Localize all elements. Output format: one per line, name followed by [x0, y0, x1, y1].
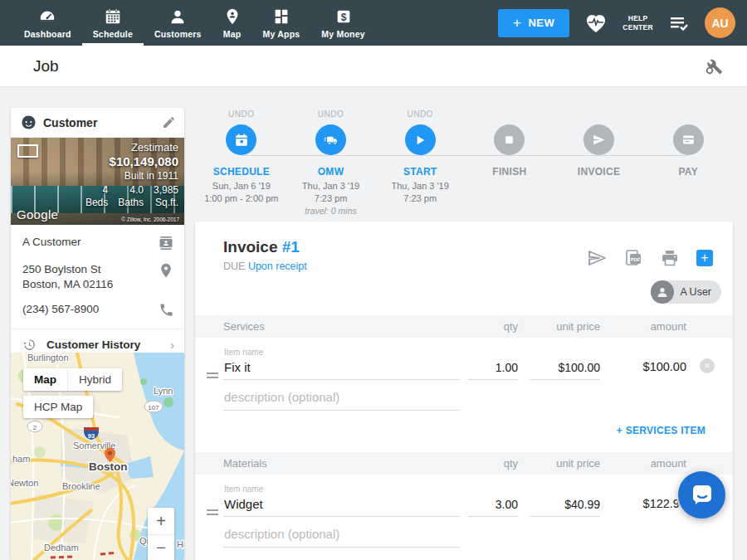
customer-face-icon — [21, 114, 37, 130]
customer-address-row: 250 Boylston St Boston, MA 02116 — [22, 262, 174, 291]
add-services-item-button[interactable]: + SERVICES ITEM — [617, 425, 706, 436]
service-unit-price-input[interactable]: $100.00 — [530, 361, 600, 380]
nav-item-my-apps[interactable]: My Apps — [252, 0, 311, 46]
help-center-button[interactable]: HELP CENTER — [622, 14, 653, 32]
phone-icon[interactable] — [159, 302, 174, 318]
material-unit-price-input[interactable]: $40.99 — [530, 498, 600, 517]
svg-text:Dedham: Dedham — [44, 543, 79, 553]
svg-text:Burlington: Burlington — [27, 353, 69, 363]
undo-start-button[interactable]: UNDO — [375, 110, 465, 124]
timeline-step-invoice: INVOICE — [554, 110, 644, 219]
material-description-input[interactable]: description (optional) — [223, 525, 460, 548]
svg-text:$: $ — [340, 12, 346, 23]
send-invoice-button[interactable] — [587, 248, 607, 268]
due-terms-link[interactable]: Upon receipt — [248, 261, 307, 272]
drag-handle[interactable] — [207, 373, 218, 381]
add-invoice-button[interactable]: + — [696, 250, 713, 266]
qty-column-header: qty — [468, 457, 518, 470]
route-107-shield: 107 — [144, 401, 163, 412]
zoom-out-button[interactable]: − — [148, 534, 174, 560]
svg-text:Boston: Boston — [89, 460, 128, 473]
service-qty-input[interactable]: 1.00 — [468, 361, 518, 380]
plus-icon: + — [513, 15, 521, 32]
material-qty-input[interactable]: 3.00 — [468, 498, 518, 517]
credit-card-icon — [681, 133, 696, 147]
remove-line-item-button[interactable]: × — [700, 358, 715, 373]
property-stats: 4Beds 4.0Baths 3,985Sq.ft. — [85, 184, 178, 209]
omw-step-button[interactable] — [315, 124, 346, 155]
timeline-step-start: UNDO START Thu, Jan 3 '197:23 pm — [375, 110, 465, 219]
svg-text:Newton: Newton — [11, 478, 38, 488]
undo-omw-button[interactable]: UNDO — [286, 110, 376, 124]
service-description-input[interactable]: description (optional) — [223, 388, 460, 411]
contact-card-icon[interactable] — [158, 235, 174, 251]
drag-handle[interactable] — [207, 509, 218, 518]
nav-item-my-money[interactable]: $ My Money — [310, 0, 375, 46]
materials-header-band: Materials qty unit price amount — [195, 452, 733, 475]
zoom-in-button[interactable]: + — [148, 508, 174, 534]
nav-item-customers[interactable]: Customers — [144, 0, 212, 46]
svg-text:Hi: Hi — [177, 539, 184, 549]
svg-text:Brookline: Brookline — [62, 481, 100, 491]
pay-step-button[interactable] — [673, 124, 704, 155]
dollar-icon: $ — [334, 7, 353, 26]
google-logo: Google — [17, 207, 58, 222]
unit-price-column-header: unit price — [530, 320, 600, 333]
property-photo: Zestimate $10,149,080 Built in 1911 4Bed… — [11, 138, 184, 225]
nav-item-map[interactable]: Map — [212, 0, 252, 46]
invoice-header: Invoice #1 DUE Upon receipt — [195, 222, 733, 272]
svg-text:ham: ham — [12, 454, 30, 464]
map-type-hybrid-button[interactable]: Hybrid — [67, 368, 122, 391]
schedule-step-button[interactable] — [226, 124, 256, 155]
location-pin-icon[interactable] — [158, 262, 174, 279]
page-header: Job — [0, 46, 747, 87]
unit-price-column-header: unit price — [530, 457, 600, 470]
user-avatar-icon — [651, 280, 674, 304]
timeline-step-finish: FINISH — [465, 110, 554, 219]
paper-plane-icon — [592, 133, 606, 147]
finish-step-button[interactable] — [494, 124, 525, 155]
assigned-user-chip[interactable]: A User — [651, 280, 721, 304]
customer-card-title: Customer — [43, 116, 97, 129]
nav-label: My Apps — [263, 29, 300, 39]
zestimate-value: $10,149,080 — [85, 154, 178, 170]
heart-pulse-icon[interactable] — [584, 12, 608, 34]
svg-text:93: 93 — [88, 432, 95, 440]
job-settings-wrench-icon[interactable] — [704, 56, 724, 76]
play-icon — [413, 134, 427, 147]
invoice-step-button[interactable] — [583, 124, 614, 155]
customer-phone-row: (234) 567-8900 — [22, 302, 174, 318]
invoice-card: Invoice #1 DUE Upon receipt — [195, 222, 733, 560]
map-zoom-control: + − — [148, 508, 174, 560]
map-type-map-button[interactable]: Map — [23, 368, 67, 391]
route-2-shield: 2 — [27, 421, 42, 432]
invoice-number: #1 — [282, 238, 300, 256]
timeline-step-pay: PAY — [643, 110, 733, 219]
street-view-frame-icon[interactable] — [17, 144, 38, 158]
nav-item-dashboard[interactable]: Dashboard — [13, 0, 82, 46]
nav-item-schedule[interactable]: Schedule — [82, 0, 144, 46]
print-button[interactable] — [660, 248, 680, 268]
pdf-button[interactable]: PDF — [623, 248, 643, 268]
assigned-user-name: A User — [680, 286, 711, 298]
chevron-right-icon: › — [170, 338, 174, 352]
service-name-input[interactable]: Fix it — [223, 357, 460, 380]
new-button[interactable]: + NEW — [498, 9, 569, 37]
start-step-button[interactable] — [405, 124, 436, 155]
invoice-title: Invoice #1 — [223, 238, 307, 256]
undo-schedule-button[interactable]: UNDO — [197, 110, 286, 124]
timeline-step-schedule: UNDO SCHEDULE Sun, Jan 6 '191:00 pm - 2:… — [197, 110, 286, 219]
checklist-icon[interactable] — [668, 14, 690, 32]
page-title: Job — [33, 57, 59, 75]
customer-details: A Customer 250 Boylston St Boston, MA 02… — [11, 225, 184, 318]
material-name-input[interactable]: Widget — [223, 494, 460, 517]
edit-pencil-icon[interactable] — [162, 115, 176, 129]
customer-card: Customer Zestimate $10,149,080 Built in … — [11, 108, 184, 359]
map-type-toggle: Map Hybrid — [23, 368, 122, 391]
hcp-map-button[interactable]: HCP Map — [23, 396, 93, 418]
material-amount: $122.97 — [612, 497, 686, 517]
chat-messenger-button[interactable] — [678, 471, 725, 519]
apps-grid-icon — [272, 7, 290, 26]
user-avatar[interactable]: AU — [705, 7, 735, 38]
svg-text:Lynn: Lynn — [154, 386, 173, 396]
